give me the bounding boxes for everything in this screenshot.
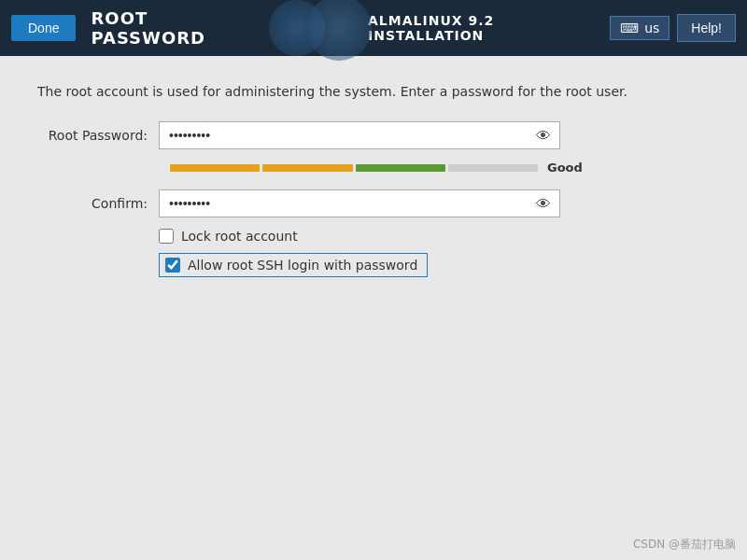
description-text: The root account is used for administeri…: [37, 84, 710, 99]
root-password-label: Root Password:: [37, 128, 159, 143]
strength-row: Good: [37, 161, 710, 175]
strength-bar-4: [448, 164, 538, 172]
strength-bars: [170, 164, 538, 172]
confirm-password-input[interactable]: [159, 189, 560, 217]
lock-root-row: Lock root account: [37, 229, 710, 244]
lock-root-checkbox[interactable]: [159, 229, 174, 244]
language-selector[interactable]: ⌨ us: [610, 16, 669, 40]
root-password-wrapper: 👁: [159, 121, 560, 149]
lock-root-label[interactable]: Lock root account: [181, 229, 298, 244]
allow-ssh-checkbox[interactable]: [165, 258, 180, 273]
strength-label: Good: [547, 161, 583, 175]
content-area: The root account is used for administeri…: [0, 56, 747, 315]
strength-bar-1: [170, 164, 260, 172]
root-password-row: Root Password: 👁: [37, 121, 710, 149]
strength-bar-3: [356, 164, 445, 172]
root-password-input[interactable]: [159, 121, 560, 149]
done-button[interactable]: Done: [11, 15, 76, 41]
confirm-password-row: Confirm: 👁: [37, 189, 710, 217]
keyboard-icon: ⌨: [620, 21, 639, 35]
confirm-label: Confirm:: [37, 196, 159, 211]
confirm-password-eye-icon[interactable]: 👁: [536, 195, 551, 213]
allow-ssh-label[interactable]: Allow root SSH login with password: [188, 258, 417, 273]
install-title: ALMALINUX 9.2 INSTALLATION: [368, 13, 602, 43]
help-button[interactable]: Help!: [677, 14, 736, 42]
confirm-password-wrapper: 👁: [159, 189, 560, 217]
header-right: ALMALINUX 9.2 INSTALLATION ⌨ us Help!: [368, 13, 736, 43]
page-title: ROOT PASSWORD: [91, 8, 260, 48]
allow-ssh-row: Allow root SSH login with password: [37, 253, 710, 277]
strength-bar-2: [262, 164, 352, 172]
lang-code: us: [644, 21, 659, 35]
header: Done ROOT PASSWORD ALMALINUX 9.2 INSTALL…: [0, 0, 747, 56]
header-left: Done ROOT PASSWORD: [11, 8, 260, 48]
watermark: CSDN @番茄打电脑: [633, 537, 736, 553]
header-decoration: [260, 0, 368, 56]
allow-ssh-wrapper[interactable]: Allow root SSH login with password: [159, 253, 428, 277]
root-password-eye-icon[interactable]: 👁: [536, 127, 551, 145]
